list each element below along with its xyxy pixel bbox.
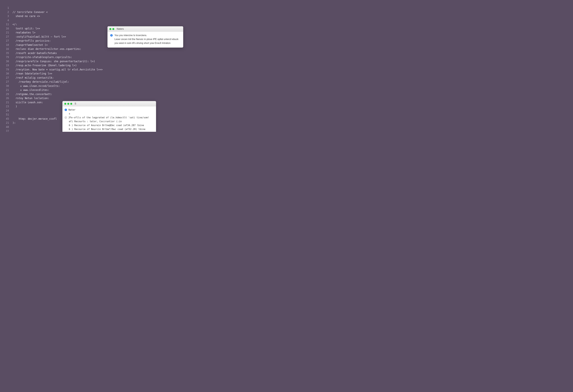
code-line[interactable]: 2// tercrifate Conever < (3, 10, 192, 14)
line-number: 30 (3, 84, 9, 88)
code-text[interactable]: /rearbey detersiale.rsilad/lijel: (13, 80, 69, 84)
output-sub: s (65, 112, 154, 116)
panel-body: i You you intercine Is trcerctens. Leser… (107, 32, 183, 47)
code-line[interactable]: 27 /resf milalig contactilk: (3, 76, 192, 80)
code-text[interactable]: /retgnme.the.concerbatt: (13, 92, 52, 96)
line-number: 30 (3, 72, 9, 76)
code-text[interactable]: /resp.acte-freserine (Donel.ladering l>) (13, 63, 77, 68)
code-line[interactable]: 11</: (3, 22, 192, 27)
code-text[interactable]: ◇ www.ilecocdlites: (13, 88, 49, 92)
output-heading: Nater (69, 108, 75, 112)
code-text[interactable]: /resprirarefile Conpıos: she ponverterta… (13, 59, 95, 64)
panel-header[interactable]: Naters (107, 26, 183, 32)
code-text[interactable]: /resf milalig contactilk: (13, 76, 54, 80)
line-number: 23 (3, 105, 9, 109)
line-number: 79 (3, 55, 9, 59)
code-line[interactable]: 1 (3, 6, 192, 10)
code-text[interactable]: /rcspriite-sfatublesplarn.copricults: (13, 55, 72, 59)
traffic-dot-2[interactable] (67, 103, 69, 105)
line-number: 30 (3, 59, 9, 64)
code-line[interactable]: 79 /rcspriite-sfatublesplarn.copricults: (3, 55, 192, 59)
output-row: 6 ) Recource of Aourein Brlhe@Emc coad (… (65, 124, 154, 127)
line-number: 21 (3, 100, 9, 105)
line-number: 16 (3, 47, 9, 51)
line-number: 4 (3, 18, 9, 22)
line-number: 21 (3, 88, 9, 92)
line-number: 24 (3, 109, 9, 113)
code-text[interactable]: /sasprtfamelsectot (> (13, 43, 48, 47)
line-number: 16 (3, 27, 9, 31)
notification-line-1: You you intercine Is trcerctens. (114, 34, 180, 37)
line-number: 27 (3, 76, 9, 80)
traffic-dot-2[interactable] (112, 28, 114, 30)
code-line[interactable]: 30 ◇ www.ilean.nccod/lecelts: (3, 84, 192, 88)
window-controls[interactable] (109, 28, 114, 30)
line-number: 29 (3, 92, 9, 96)
code-text[interactable]: </: (13, 22, 17, 27)
traffic-dot-3[interactable] (70, 103, 72, 105)
line-number: 1 (3, 6, 9, 10)
panel-title: Naters (117, 28, 124, 30)
code-text[interactable]: siiclle Leash.son: (13, 100, 43, 105)
code-text[interactable]: /resoft acedr·batodlcfetaks (13, 51, 57, 55)
output-panel: S i Nater s ⊙ JFe-oflls of the legprated… (62, 101, 156, 132)
line-number: 19 (3, 63, 9, 68)
code-line[interactable]: 30 /resprirarefile Conpıos: she ponverte… (3, 59, 192, 64)
line-number: 27 (3, 39, 9, 43)
output-row: JFe-oflls of the legprated of (le.hdmoct… (68, 116, 149, 120)
output-row: 6 ) Recource of Nourcin Brlbe*/Dwc coad … (65, 127, 154, 131)
code-text[interactable]: :ostyliftainlaal.biltt – fort l>> (13, 35, 66, 39)
line-number: 11 (3, 22, 9, 27)
code-text[interactable]: /recytion. Now bate = scartig.ail tr els… (13, 68, 103, 72)
line-number: 18 (3, 43, 9, 47)
panel-body: i Nater s ⊙ JFe-oflls of the legprated o… (63, 107, 156, 132)
line-number: 21 (3, 31, 9, 35)
code-text[interactable]: /resprtnflls poriccivs: (13, 39, 51, 43)
bullet-icon: ⊙ (65, 116, 67, 119)
code-line[interactable]: 21 ◇ www.ilecocdlites: (3, 88, 192, 92)
panel-header[interactable]: S (63, 101, 156, 107)
code-line[interactable]: 79 /recytion. Now bate = scartig.ail tr … (3, 68, 192, 72)
line-number: 35 (3, 51, 9, 55)
notification-panel-naters: Naters i You you intercine Is trcerctens… (107, 26, 183, 48)
code-text[interactable]: ): (13, 121, 16, 125)
code-line[interactable]: 30 /rean Sdatelaterling l>> (3, 72, 192, 76)
code-text[interactable]: rstoy Netun loclation: (13, 96, 49, 100)
line-number: 22 (3, 129, 9, 132)
traffic-dot-1[interactable] (64, 103, 66, 105)
code-text[interactable]: shend no care <> (13, 14, 40, 18)
code-text[interactable]: realabates l> (13, 31, 36, 35)
code-line[interactable]: 3 shend no care <> (3, 14, 192, 18)
code-text[interactable]: // tercrifate Conever < (13, 10, 48, 14)
panel-title: S (75, 102, 76, 105)
code-line[interactable]: 16 reclunc dian dertertroilctor.vos.cque… (3, 47, 192, 51)
line-number: 51 (3, 113, 9, 117)
line-number: 26 (3, 96, 9, 100)
output-row: af) Recourts : talor, Coccruntior (:in (65, 120, 154, 124)
line-number: 2 (3, 10, 9, 14)
line-number: 45 (3, 117, 9, 121)
info-icon: i (110, 34, 113, 36)
code-text[interactable]: ) (13, 105, 17, 109)
line-number: 21 (3, 121, 9, 125)
code-text[interactable]: tostt uplit: l>> (13, 27, 40, 31)
notification-text: You you intercine Is trcerctens. Leser o… (114, 34, 180, 45)
code-line[interactable]: 29 /retgnme.the.concerbatt: (3, 92, 192, 96)
window-controls[interactable] (64, 103, 72, 105)
code-line[interactable]: 19 /resp.acte-freserine (Donel.ladering … (3, 63, 192, 68)
info-icon: i (65, 109, 67, 111)
line-number: 79 (3, 68, 9, 72)
code-line[interactable]: 35 /resoft acedr·batodlcfetaks (3, 51, 192, 55)
traffic-dot-1[interactable] (109, 28, 111, 30)
code-line[interactable]: 27 /rearbey detersiale.rsilad/lijel: (3, 80, 192, 84)
line-number: 27 (3, 80, 9, 84)
code-line[interactable]: 26 rstoy Netun loclation: (3, 96, 192, 100)
notification-body: Leser oncen tnil the Nenoic in plove IPE… (114, 37, 180, 45)
code-text[interactable]: ◇ www.ilean.nccod/lecelts: (13, 84, 60, 88)
code-text[interactable]: reclunc dian dertertroilctor.vos.cquerti… (13, 47, 81, 51)
line-number: 3 (3, 14, 9, 18)
code-line[interactable]: 4 (3, 18, 192, 22)
line-number: 48 (3, 125, 9, 129)
code-text[interactable]: htep: decjer.merace_ccofl (13, 117, 57, 121)
code-text[interactable]: /rean Sdatelaterling l>> (13, 72, 52, 76)
